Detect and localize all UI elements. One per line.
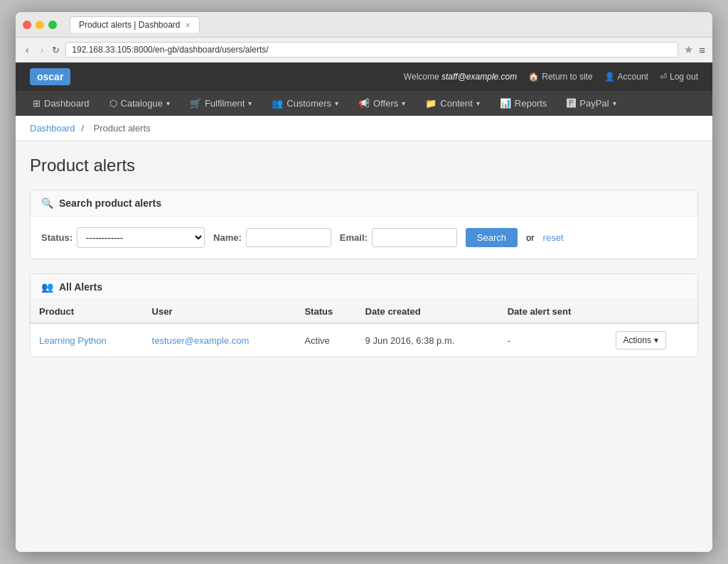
cell-user: testuser@example.com	[144, 323, 296, 357]
chevron-down-icon: ▾	[613, 99, 616, 107]
logout-link[interactable]: ⏎ Log out	[660, 72, 698, 82]
search-form: Status: ------------ Active Inactive Nam…	[31, 217, 697, 259]
tab-close-btn[interactable]: ✕	[185, 21, 191, 29]
offers-icon: 📢	[358, 98, 370, 109]
title-bar: Product alerts | Dashboard ✕	[16, 12, 712, 38]
bookmark-btn[interactable]: ★	[684, 43, 693, 56]
name-group: Name:	[213, 228, 331, 247]
nav-item-reports[interactable]: 📊 Reports	[490, 91, 557, 116]
breadcrumb-separator: /	[81, 123, 86, 134]
email-label: Email:	[340, 232, 368, 243]
traffic-lights	[23, 21, 57, 29]
content-area: Dashboard / Product alerts Product alert…	[16, 116, 712, 552]
cell-date-alert-sent: -	[499, 323, 607, 357]
oscar-header: oscar Welcome staff@example.com 🏠 Return…	[16, 63, 712, 91]
url-input[interactable]	[65, 42, 678, 58]
table-row: Learning Python testuser@example.com Act…	[31, 323, 697, 357]
search-button[interactable]: Search	[466, 228, 518, 247]
catalogue-icon: ⬡	[109, 98, 117, 109]
reset-link[interactable]: reset	[543, 232, 564, 243]
nav-item-customers[interactable]: 👥 Customers ▾	[262, 91, 348, 116]
cell-status: Active	[296, 323, 356, 357]
forward-btn[interactable]: ›	[38, 43, 47, 57]
chevron-down-icon: ▾	[166, 99, 170, 107]
cell-date-created: 9 Jun 2016, 6:38 p.m.	[357, 323, 499, 357]
logout-icon: ⏎	[660, 72, 667, 82]
user-icon: 👤	[604, 72, 615, 82]
col-product: Product	[31, 300, 144, 323]
account-link[interactable]: 👤 Account	[604, 72, 648, 82]
header-right: Welcome staff@example.com 🏠 Return to si…	[404, 72, 698, 82]
email-input[interactable]	[372, 228, 457, 247]
paypal-icon: 🅿	[567, 98, 576, 109]
page-title: Product alerts	[30, 156, 698, 175]
welcome-text: Welcome staff@example.com	[404, 72, 517, 82]
status-select[interactable]: ------------ Active Inactive	[77, 227, 205, 248]
cell-product: Learning Python	[31, 323, 144, 357]
dashboard-icon: ⊞	[33, 98, 41, 109]
user-link[interactable]: testuser@example.com	[152, 335, 250, 346]
search-icon: 🔍	[41, 197, 53, 209]
nav-item-content[interactable]: 📁 Content ▾	[415, 91, 490, 116]
search-header: 🔍 Search product alerts	[31, 190, 697, 217]
tab-title: Product alerts | Dashboard	[79, 20, 181, 30]
fulfilment-icon: 🛒	[190, 98, 201, 109]
address-bar: ‹ › ↻ ★ ≡	[16, 38, 712, 63]
actions-button[interactable]: Actions ▾	[616, 331, 666, 349]
col-date-alert-sent: Date alert sent	[499, 300, 607, 323]
customers-icon: 👥	[272, 98, 283, 109]
chevron-down-icon: ▾	[476, 99, 480, 107]
back-btn[interactable]: ‹	[23, 43, 32, 57]
table-header-row: Product User Status Date created Date al…	[31, 300, 697, 323]
col-actions	[607, 300, 697, 323]
or-text: or	[526, 232, 535, 243]
nav-item-fulfilment[interactable]: 🛒 Fulfilment ▾	[180, 91, 262, 116]
oscar-logo[interactable]: oscar	[30, 68, 70, 85]
alerts-table-box: 👥 All Alerts Product User Status Date cr…	[30, 273, 698, 357]
main-content: Product alerts 🔍 Search product alerts S…	[16, 141, 712, 372]
col-date-created: Date created	[357, 300, 499, 323]
status-group: Status: ------------ Active Inactive	[41, 227, 205, 248]
table-header: 👥 All Alerts	[31, 274, 697, 300]
nav-bar: ⊞ Dashboard ⬡ Catalogue ▾ 🛒 Fulfilment ▾…	[16, 91, 712, 116]
chevron-down-icon: ▾	[654, 335, 658, 345]
maximize-window-btn[interactable]	[48, 21, 57, 29]
name-label: Name:	[213, 232, 242, 243]
active-tab[interactable]: Product alerts | Dashboard ✕	[70, 16, 200, 33]
return-to-site-link[interactable]: 🏠 Return to site	[528, 72, 592, 82]
chevron-down-icon: ▾	[335, 99, 338, 107]
actions-label: Actions	[623, 335, 651, 345]
chevron-down-icon: ▾	[402, 99, 405, 107]
refresh-btn[interactable]: ↻	[52, 45, 60, 55]
product-link[interactable]: Learning Python	[39, 335, 107, 346]
status-label: Status:	[41, 232, 73, 243]
minimize-window-btn[interactable]	[36, 21, 44, 29]
breadcrumb-parent-link[interactable]: Dashboard	[30, 123, 75, 134]
search-box: 🔍 Search product alerts Status: --------…	[30, 190, 698, 259]
browser-menu-btn[interactable]: ≡	[699, 44, 705, 56]
close-window-btn[interactable]	[23, 21, 31, 29]
reports-icon: 📊	[500, 98, 511, 109]
name-input[interactable]	[246, 228, 331, 247]
tab-area: Product alerts | Dashboard ✕	[70, 16, 705, 33]
chevron-down-icon: ▾	[248, 99, 252, 107]
breadcrumb: Dashboard / Product alerts	[16, 116, 712, 141]
nav-item-offers[interactable]: 📢 Offers ▾	[348, 91, 415, 116]
content-icon: 📁	[425, 98, 437, 109]
alerts-table: Product User Status Date created Date al…	[31, 300, 697, 357]
email-group: Email:	[340, 228, 457, 247]
cell-actions: Actions ▾	[607, 323, 697, 357]
table-heading: All Alerts	[59, 281, 102, 293]
nav-item-catalogue[interactable]: ⬡ Catalogue ▾	[100, 91, 180, 116]
col-user: User	[144, 300, 296, 323]
home-icon: 🏠	[528, 72, 539, 82]
users-icon: 👥	[41, 281, 53, 293]
nav-item-paypal[interactable]: 🅿 PayPal ▾	[557, 91, 626, 116]
col-status: Status	[296, 300, 356, 323]
user-email: staff@example.com	[441, 72, 517, 82]
search-heading: Search product alerts	[59, 197, 161, 209]
nav-item-dashboard[interactable]: ⊞ Dashboard	[23, 91, 100, 116]
breadcrumb-current: Product alerts	[93, 123, 150, 134]
